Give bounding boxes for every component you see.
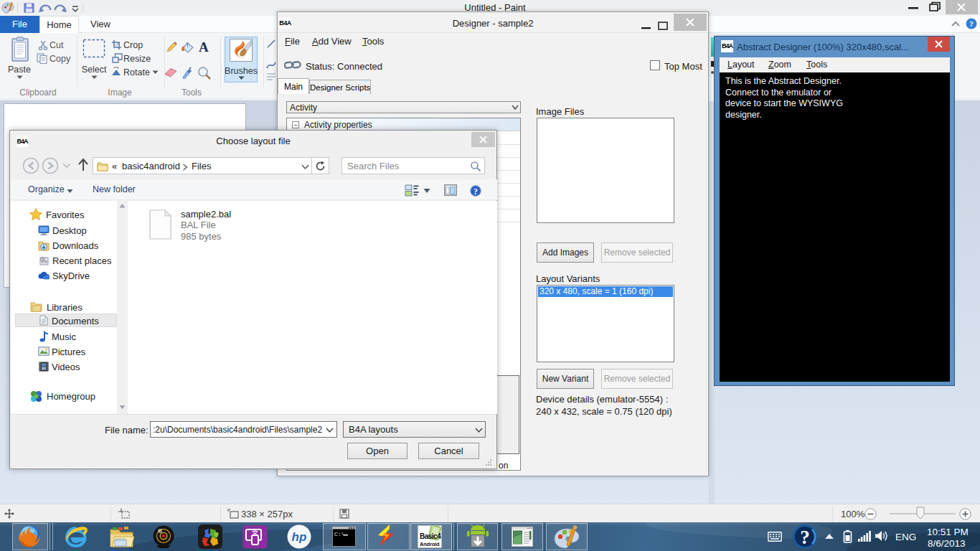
svg-text:?: ? — [969, 19, 974, 28]
svg-text:?: ? — [800, 527, 810, 548]
svg-text:?: ? — [473, 187, 478, 197]
svg-text:C:\: C:\ — [334, 531, 345, 537]
svg-text:hp: hp — [292, 530, 307, 544]
